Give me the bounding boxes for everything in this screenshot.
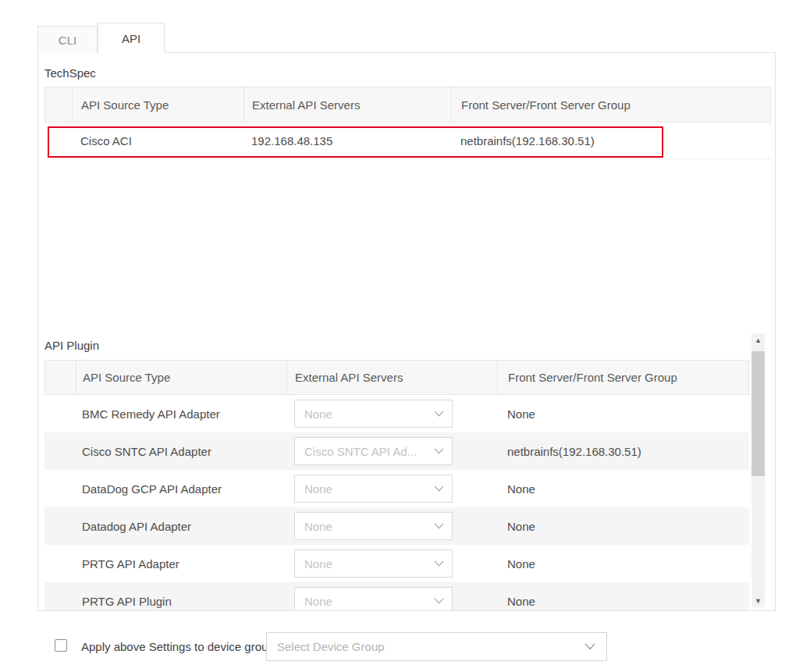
external-api-servers-cell: None <box>286 507 497 545</box>
tab-api[interactable]: API <box>98 23 165 53</box>
table-row[interactable]: Cisco ACI 192.168.48.135 netbrainfs(192.… <box>44 123 771 159</box>
front-server-group-cell: netbrainfs(192.168.30.51) <box>497 432 749 470</box>
dropdown-value: None <box>304 407 332 421</box>
tab-api-label: API <box>122 32 140 45</box>
column-header-api-source-type: API Source Type <box>73 87 244 122</box>
chevron-down-icon <box>434 560 444 567</box>
chevron-down-icon <box>434 598 444 604</box>
techspec-table-header: API Source Type External API Servers Fro… <box>44 87 771 123</box>
row-selector-cell <box>44 470 76 507</box>
api-source-type-cell: PRTG API Plugin <box>76 582 286 611</box>
selector-column-header <box>45 361 76 394</box>
dropdown-value: None <box>304 520 332 533</box>
row-selector-cell <box>44 432 76 470</box>
chevron-down-icon <box>434 523 444 529</box>
row-selector-cell <box>44 395 76 432</box>
front-server-group-cell: None <box>497 545 749 582</box>
chevron-down-icon <box>585 643 595 650</box>
api-source-type-cell: Datadog API Adapter <box>76 507 286 545</box>
front-server-group-cell: netbrainfs(192.168.30.51) <box>451 123 771 158</box>
selector-column-header <box>45 87 73 122</box>
chevron-down-icon <box>434 411 444 417</box>
scroll-down-icon[interactable]: ▼ <box>752 594 765 607</box>
external-api-servers-dropdown[interactable]: Cisco SNTC API Ad... <box>294 437 453 465</box>
external-api-servers-dropdown[interactable]: None <box>294 400 453 428</box>
device-group-select-value: Select Device Group <box>277 640 385 653</box>
api-plugin-table-header: API Source Type External API Servers Fro… <box>44 360 749 395</box>
front-server-group-cell: None <box>497 582 749 611</box>
external-api-servers-cell: 192.168.48.135 <box>243 123 451 158</box>
tab-cli-label: CLI <box>59 34 76 47</box>
api-source-type-cell: Cisco SNTC API Adapter <box>76 432 286 470</box>
techspec-section-label: TechSpec <box>44 66 96 80</box>
table-row[interactable]: PRTG API Adapter None None <box>44 545 749 582</box>
column-header-front-server-group: Front Server/Front Server Group <box>452 87 770 122</box>
dropdown-value: Cisco SNTC API Ad... <box>304 445 417 458</box>
row-selector-cell <box>44 123 72 158</box>
dropdown-value: None <box>304 595 332 608</box>
column-header-api-source-type: API Source Type <box>76 361 287 394</box>
api-settings-panel: TechSpec API Source Type External API Se… <box>37 52 776 611</box>
column-header-external-api-servers: External API Servers <box>244 87 452 122</box>
row-selector-cell <box>44 545 76 582</box>
table-row[interactable]: DataDog GCP API Adapter None None <box>44 470 749 507</box>
scrollbar-thumb[interactable] <box>752 351 765 476</box>
table-row[interactable]: Cisco SNTC API Adapter Cisco SNTC API Ad… <box>44 432 749 470</box>
external-api-servers-cell: Cisco SNTC API Ad... <box>286 432 497 470</box>
api-source-type-cell: Cisco ACI <box>72 123 243 158</box>
tab-cli[interactable]: CLI <box>37 26 98 53</box>
api-source-type-cell: DataDog GCP API Adapter <box>76 470 286 507</box>
table-row[interactable]: BMC Remedy API Adapter None None <box>44 395 749 432</box>
column-header-external-api-servers: External API Servers <box>287 361 498 394</box>
external-api-servers-dropdown[interactable]: None <box>294 587 453 611</box>
table-row[interactable]: Datadog API Adapter None None <box>44 507 749 545</box>
apply-settings-checkbox[interactable] <box>55 639 67 652</box>
front-server-group-cell: None <box>497 395 749 432</box>
row-selector-cell <box>44 507 76 545</box>
external-api-servers-dropdown[interactable]: None <box>294 512 453 540</box>
api-plugin-table: API Source Type External API Servers Fro… <box>44 360 749 611</box>
techspec-table: API Source Type External API Servers Fro… <box>44 87 771 159</box>
chevron-down-icon <box>434 448 444 454</box>
row-selector-cell <box>44 582 76 611</box>
scroll-up-icon[interactable]: ▲ <box>752 333 765 347</box>
dropdown-value: None <box>304 482 332 496</box>
external-api-servers-cell: None <box>286 470 497 507</box>
chevron-down-icon <box>434 485 444 492</box>
external-api-servers-cell: None <box>286 395 497 432</box>
tab-bar: CLI API <box>37 23 165 53</box>
vertical-scrollbar[interactable]: ▲ ▼ <box>752 333 765 607</box>
device-group-select[interactable]: Select Device Group <box>266 632 607 661</box>
external-api-servers-cell: None <box>286 545 497 582</box>
api-source-type-cell: PRTG API Adapter <box>76 545 286 582</box>
column-header-front-server-group: Front Server/Front Server Group <box>498 361 748 394</box>
front-server-group-cell: None <box>497 470 749 507</box>
external-api-servers-dropdown[interactable]: None <box>294 475 453 503</box>
front-server-group-cell: None <box>497 507 749 545</box>
api-source-type-cell: BMC Remedy API Adapter <box>76 395 286 432</box>
api-plugin-section-label: API Plugin <box>44 339 99 352</box>
external-api-servers-dropdown[interactable]: None <box>294 549 453 578</box>
dropdown-value: None <box>304 557 332 571</box>
apply-settings-label: Apply above Settings to device group: <box>81 640 278 653</box>
external-api-servers-cell: None <box>286 582 497 611</box>
table-row[interactable]: PRTG API Plugin None None <box>44 582 749 611</box>
